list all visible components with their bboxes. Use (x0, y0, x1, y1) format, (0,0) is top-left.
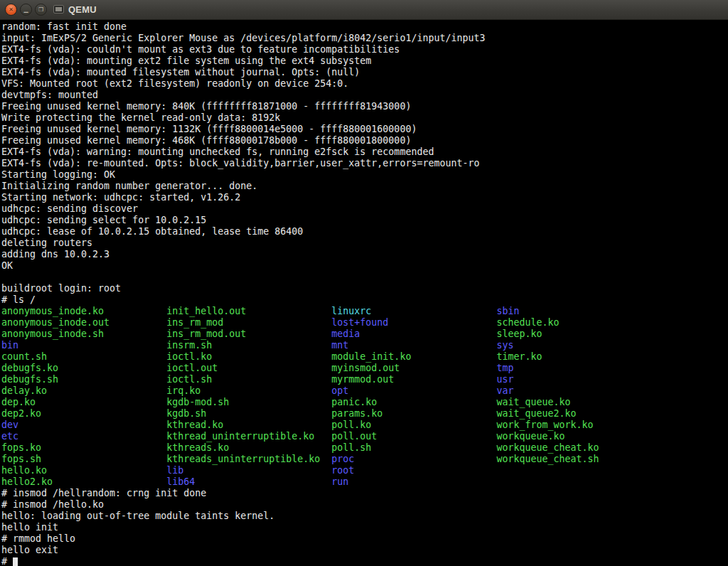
terminal-text: udhcpc: lease of 10.0.2.15 obtained, lea… (1, 226, 303, 237)
file-entry: timer.ko (496, 351, 661, 363)
terminal-line: count.shioctl.komodule_init.kotimer.ko (1, 351, 728, 363)
file-entry: fops.ko (1, 442, 166, 454)
titlebar: ✕ ▁ ❒ QEMU (0, 0, 728, 20)
file-entry: params.ko (331, 408, 496, 420)
file-entry: workqueue_cheat.sh (496, 454, 661, 465)
file-entry: ioctl.out (166, 363, 331, 374)
terminal-line: dep.kokgdb-mod.shpanic.kowait_queue.ko (1, 397, 728, 408)
terminal-text: Starting logging: OK (1, 169, 115, 180)
file-entry: debugfs.ko (1, 363, 166, 374)
file-entry: fops.sh (1, 454, 166, 465)
file-entry: lib (166, 465, 331, 476)
file-entry: wait_queue2.ko (496, 408, 661, 420)
terminal-line: anonymous_inode.outins_rm_modlost+founds… (1, 317, 728, 329)
file-entry: ins_rm_mod.out (166, 329, 331, 340)
terminal-line: anonymous_inode.koinit_hello.outlinuxrcs… (1, 306, 728, 317)
terminal-text: devtmpfs: mounted (1, 90, 98, 100)
terminal-text: OK (1, 260, 13, 271)
terminal-text: EXT4-fs (vda): warning: mounting uncheck… (1, 146, 434, 157)
file-entry: module_init.ko (331, 351, 496, 363)
file-entry: panic.ko (331, 397, 496, 408)
terminal-line: hello: loading out-of-tree module taints… (1, 511, 728, 522)
qemu-window: ✕ ▁ ❒ QEMU random: fast init doneinput: … (0, 0, 728, 566)
terminal-text: EXT4-fs (vda): mounting ext2 file system… (1, 55, 371, 66)
file-entry: myinsmod.out (331, 363, 496, 374)
terminal-text: hello exit (1, 545, 58, 555)
terminal-text: EXT4-fs (vda): re-mounted. Opts: block_v… (1, 158, 479, 169)
terminal-line: EXT4-fs (vda): warning: mounting uncheck… (1, 146, 728, 158)
file-entry: init_hello.out (166, 306, 331, 317)
terminal-line: # insmod /hellrandom: crng init done (1, 488, 728, 499)
file-entry: dep.ko (1, 397, 166, 408)
terminal-line (1, 272, 728, 283)
terminal-text: Freeing unused kernel memory: 840K (ffff… (1, 101, 411, 112)
terminal-line: debugfs.shioctl.shmyrmmod.outusr (1, 374, 728, 385)
terminal-text: # (1, 556, 13, 566)
terminal-text: Initializing random number generator... … (1, 181, 257, 191)
terminal-line: hello exit (1, 545, 728, 556)
close-button[interactable]: ✕ (5, 4, 17, 16)
file-entry: etc (1, 431, 166, 442)
terminal-text: udhcpc: sending select for 10.0.2.15 (1, 215, 206, 225)
file-entry: kgdb.sh (166, 408, 331, 420)
file-entry: ioctl.ko (166, 351, 331, 363)
terminal-line: debugfs.koioctl.outmyinsmod.outtmp (1, 363, 728, 374)
file-entry: sleep.ko (496, 329, 661, 340)
file-entry: anonymous_inode.out (1, 317, 166, 329)
qemu-app-icon (53, 5, 64, 14)
file-entry: opt (331, 385, 496, 397)
file-entry: count.sh (1, 351, 166, 363)
terminal-line: deleting routers (1, 237, 728, 249)
file-entry: dev (1, 420, 166, 431)
terminal-line: etckthread_uninterruptible.kopoll.outwor… (1, 431, 728, 442)
file-entry: kthreads_uninterruptible.ko (166, 454, 331, 465)
terminal-screen[interactable]: random: fast init doneinput: ImExPS/2 Ge… (0, 20, 728, 566)
terminal-line: anonymous_inode.shins_rm_mod.outmediasle… (1, 329, 728, 340)
terminal-text: Freeing unused kernel memory: 468K (ffff… (1, 135, 411, 146)
terminal-cursor (13, 557, 18, 566)
terminal-text: udhcpc: sending discover (1, 203, 138, 214)
terminal-line: # rmmod hello (1, 533, 728, 545)
terminal-text: VFS: Mounted root (ext2 filesystem) read… (1, 78, 348, 89)
terminal-line: udhcpc: sending select for 10.0.2.15 (1, 215, 728, 226)
file-entry: proc (331, 454, 496, 465)
terminal-line: bininsrm.shmntsys (1, 340, 728, 351)
window-controls: ✕ ▁ ❒ (5, 4, 47, 16)
terminal-line: hello init (1, 522, 728, 533)
terminal-line: Freeing unused kernel memory: 1132K (fff… (1, 124, 728, 135)
terminal-text: Write protecting the kernel read-only da… (1, 112, 280, 123)
file-entry: usr (496, 374, 661, 385)
file-entry: myrmmod.out (331, 374, 496, 385)
file-entry: workqueue_cheat.ko (496, 442, 661, 454)
file-entry: ioctl.sh (166, 374, 331, 385)
terminal-line: udhcpc: sending discover (1, 203, 728, 215)
terminal-line: EXT4-fs (vda): re-mounted. Opts: block_v… (1, 158, 728, 169)
terminal-line: buildroot login: root (1, 283, 728, 294)
file-entry: debugfs.sh (1, 374, 166, 385)
file-entry: delay.ko (1, 385, 166, 397)
terminal-line: fops.kokthreads.kopoll.shworkqueue_cheat… (1, 442, 728, 454)
terminal-text: # rmmod hello (1, 533, 75, 544)
file-entry: ins_rm_mod (166, 317, 331, 329)
terminal-line: EXT4-fs (vda): couldn't mount as ext3 du… (1, 44, 728, 55)
terminal-line: input: ImExPS/2 Generic Explorer Mouse a… (1, 33, 728, 44)
terminal-line: random: fast init done (1, 21, 728, 33)
terminal-line: Freeing unused kernel memory: 468K (ffff… (1, 135, 728, 146)
terminal-line: OK (1, 260, 728, 272)
file-entry: kgdb-mod.sh (166, 397, 331, 408)
file-entry: root (331, 465, 496, 476)
maximize-button[interactable]: ❒ (35, 4, 47, 16)
close-icon: ✕ (9, 7, 14, 13)
terminal-line: udhcpc: lease of 10.0.2.15 obtained, lea… (1, 226, 728, 237)
terminal-line: Starting network: udhcpc: started, v1.26… (1, 192, 728, 203)
file-entry: schedule.ko (496, 317, 661, 329)
minimize-button[interactable]: ▁ (20, 4, 32, 16)
file-entry: lib64 (166, 476, 331, 488)
minimize-icon: ▁ (23, 7, 28, 13)
terminal-line: Initializing random number generator... … (1, 181, 728, 192)
terminal-text: Starting network: udhcpc: started, v1.26… (1, 192, 240, 203)
terminal-line: EXT4-fs (vda): mounting ext2 file system… (1, 55, 728, 67)
file-entry: anonymous_inode.ko (1, 306, 166, 317)
file-entry: kthreads.ko (166, 442, 331, 454)
file-entry: kthread.ko (166, 420, 331, 431)
